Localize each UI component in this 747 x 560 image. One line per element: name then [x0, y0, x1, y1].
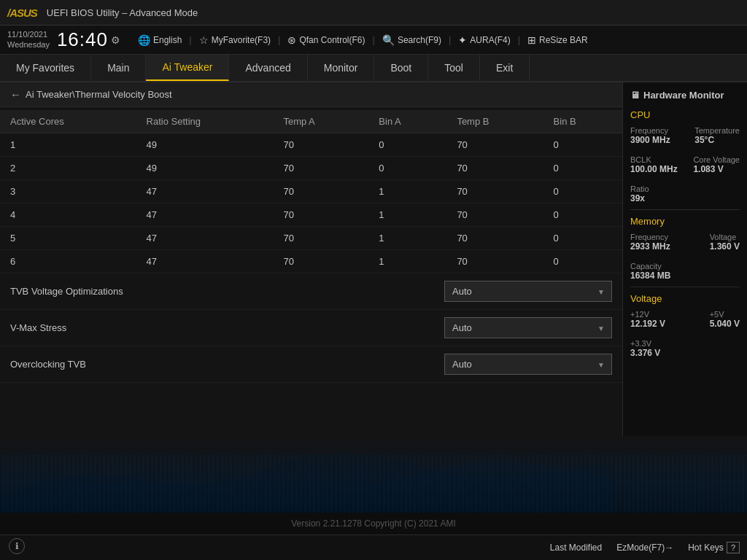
- nav-advanced[interactable]: Advanced: [229, 55, 307, 81]
- cpu-freq-row: Frequency 3900 MHz Temperature 35°C: [630, 126, 740, 151]
- nav-tool[interactable]: Tool: [428, 55, 480, 81]
- day-text: Wednesday: [7, 40, 50, 50]
- breadcrumb-path: Ai Tweaker\Thermal Velocity Boost: [26, 89, 172, 100]
- topbar-tool-search[interactable]: 🔍 Search(F9): [382, 34, 441, 46]
- topbar-tool-aura[interactable]: ✦ AURA(F4): [458, 34, 510, 46]
- monitor-icon: 🖥: [630, 90, 640, 101]
- cell-r4-c5: 70: [446, 203, 543, 227]
- qfan-icon: ⊛: [287, 34, 296, 46]
- cell-r1-c6: 0: [543, 133, 622, 157]
- col-header-temp-a: Temp A: [273, 110, 368, 133]
- sep1: |: [189, 34, 191, 45]
- cell-r6-c5: 70: [446, 250, 543, 273]
- vmax-stress-select[interactable]: Auto: [444, 317, 612, 338]
- bg-svg: [0, 436, 613, 513]
- sep3: |: [372, 34, 374, 45]
- navigation-bar: My Favorites Main Ai Tweaker Advanced Mo…: [0, 55, 747, 82]
- cell-r3-c4: 1: [368, 180, 446, 203]
- sep5: |: [518, 34, 520, 45]
- top-bar: /ASUS UEFI BIOS Utility – Advanced Mode: [0, 0, 747, 26]
- col-header-active-cores: Active Cores: [0, 110, 136, 133]
- col-header-bin-b: Bin B: [543, 110, 622, 133]
- clock-display: 16:40: [57, 28, 108, 51]
- memory-voltage-divider: [630, 287, 740, 287]
- mem-freq-row: Frequency 2933 MHz Voltage 1.360 V: [630, 233, 740, 257]
- cell-r6-c6: 0: [543, 250, 622, 273]
- options-container: TVB Voltage Optimizations Auto V-Max Str…: [0, 273, 622, 383]
- hot-keys-label: Hot Keys: [688, 542, 724, 553]
- cell-r5-c4: 1: [368, 227, 446, 250]
- cell-r6-c3: 70: [273, 250, 368, 273]
- col-header-temp-b: Temp B: [446, 110, 543, 133]
- cell-r2-c5: 70: [446, 157, 543, 180]
- background-animation: [0, 436, 747, 513]
- cell-r6-c2: 47: [136, 250, 274, 273]
- cell-r5-c2: 47: [136, 227, 274, 250]
- table-row-5: 547701700: [0, 227, 622, 250]
- mem-frequency: Frequency 2933 MHz: [630, 233, 670, 252]
- cell-r1-c1: 1: [0, 133, 136, 157]
- cpu-core-voltage: Core Voltage 1.083 V: [693, 155, 740, 174]
- sep2: |: [278, 34, 280, 45]
- mem-voltage: Voltage 1.360 V: [710, 233, 740, 252]
- vmax-stress-label: V-Max Stress: [10, 322, 444, 333]
- cell-r5-c5: 70: [446, 227, 543, 250]
- cell-r4-c3: 70: [273, 203, 368, 227]
- cell-r2-c3: 70: [273, 157, 368, 180]
- v12-v5-row: +12V 12.192 V +5V 5.040 V: [630, 310, 740, 335]
- version-text: Version 2.21.1278 Copyright (C) 2021 AMI: [291, 518, 455, 529]
- tvb-voltage-label: TVB Voltage Optimizations: [10, 286, 444, 297]
- topbar-tool-myfavorite[interactable]: ☆ MyFavorite(F3): [199, 34, 271, 46]
- voltage-section: Voltage +12V 12.192 V +5V 5.040 V +3.3V …: [630, 293, 740, 358]
- language-label: English: [153, 35, 182, 45]
- table-row-4: 447701700: [0, 203, 622, 227]
- cell-r1-c5: 70: [446, 133, 543, 157]
- cell-r4-c4: 1: [368, 203, 446, 227]
- hot-keys-button[interactable]: Hot Keys ?: [688, 542, 740, 553]
- cell-r5-c3: 70: [273, 227, 368, 250]
- topbar-tool-english[interactable]: 🌐 English: [138, 34, 182, 46]
- cpu-bclk-row: BCLK 100.00 MHz Core Voltage 1.083 V: [630, 155, 740, 180]
- breadcrumb-back-button[interactable]: ←: [10, 88, 21, 101]
- ez-mode-button[interactable]: EzMode(F7)→: [616, 542, 673, 553]
- option-row-vmax: V-Max Stress Auto: [0, 310, 622, 346]
- nav-my-favorites[interactable]: My Favorites: [0, 55, 91, 81]
- nav-monitor[interactable]: Monitor: [308, 55, 375, 81]
- nav-main[interactable]: Main: [91, 55, 146, 81]
- cell-r3-c2: 47: [136, 180, 274, 203]
- tvb-voltage-select-wrapper: Auto: [444, 281, 612, 302]
- v33-rail: +3.3V 3.376 V: [630, 339, 740, 358]
- cell-r2-c2: 49: [136, 157, 274, 180]
- cell-r2-c6: 0: [543, 157, 622, 180]
- aura-icon: ✦: [458, 34, 467, 46]
- hw-monitor-title: 🖥 Hardware Monitor: [630, 90, 740, 101]
- cell-r1-c4: 0: [368, 133, 446, 157]
- mem-capacity: Capacity 16384 MB: [630, 262, 740, 281]
- myfavorite-icon: ☆: [199, 34, 209, 46]
- bottom-bar: ℹ Last Modified EzMode(F7)→ Hot Keys ?: [0, 534, 747, 560]
- overclocking-tvb-select[interactable]: Auto: [444, 354, 612, 375]
- cpu-temperature: Temperature 35°C: [694, 126, 740, 145]
- cpu-ratio: Ratio 39x: [630, 184, 740, 203]
- date-text: 11/10/2021: [7, 30, 50, 39]
- gear-icon[interactable]: ⚙: [111, 34, 120, 46]
- asus-logo: /ASUS: [7, 7, 37, 19]
- sep4: |: [449, 34, 451, 45]
- nav-boot[interactable]: Boot: [374, 55, 428, 81]
- nav-exit[interactable]: Exit: [480, 55, 530, 81]
- tvb-voltage-select[interactable]: Auto: [444, 281, 612, 302]
- topbar-tool-qfan[interactable]: ⊛ Qfan Control(F6): [287, 34, 365, 46]
- myfavorite-label: MyFavorite(F3): [212, 35, 271, 45]
- cell-r2-c4: 0: [368, 157, 446, 180]
- nav-ai-tweaker[interactable]: Ai Tweaker: [146, 55, 229, 81]
- language-icon: 🌐: [138, 34, 150, 46]
- overclocking-tvb-label: Overclocking TVB: [10, 359, 444, 370]
- overclocking-tvb-select-wrapper: Auto: [444, 354, 612, 375]
- topbar-tool-resize[interactable]: ⊞ ReSize BAR: [527, 34, 588, 46]
- voltage-section-title: Voltage: [630, 293, 740, 304]
- qfan-label: Qfan Control(F6): [299, 35, 365, 45]
- last-modified-button[interactable]: Last Modified: [550, 542, 602, 553]
- info-button[interactable]: ℹ: [9, 538, 25, 554]
- table-row-1: 149700700: [0, 133, 622, 157]
- cell-r3-c1: 3: [0, 180, 136, 203]
